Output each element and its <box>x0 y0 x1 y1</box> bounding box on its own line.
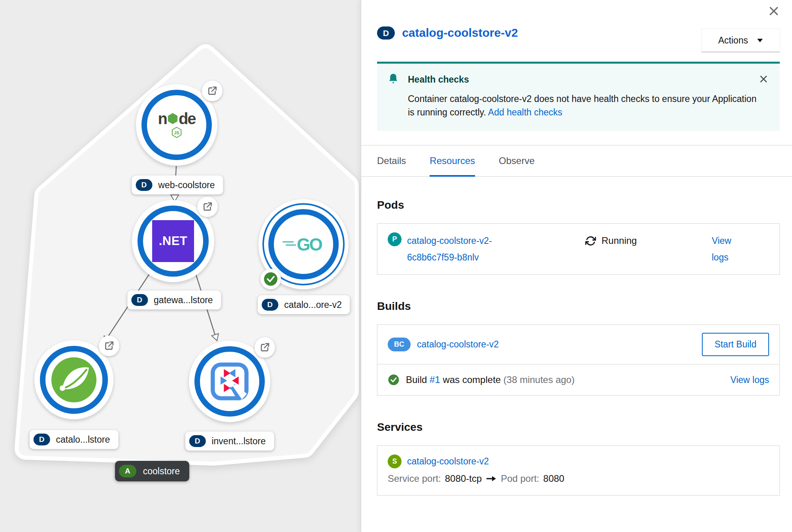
build-time-ago: (38 minutes ago) <box>503 374 575 385</box>
build-card: BC catalog-coolstore-v2 Start Build Buil… <box>377 324 780 396</box>
pod-link[interactable]: catalog-coolstore-v2-6c8b6c7f59-b8nlv <box>407 232 526 266</box>
node-label-text: catalo...lstore <box>56 434 110 445</box>
close-icon <box>759 74 768 84</box>
build-view-logs-link[interactable]: View logs <box>730 375 769 385</box>
close-panel-button[interactable] <box>766 3 782 19</box>
builds-heading: Builds <box>377 300 780 313</box>
application-label-text: coolstore <box>143 466 180 477</box>
service-badge: S <box>388 455 402 468</box>
sync-icon <box>585 236 596 246</box>
tab-details[interactable]: Details <box>377 145 406 176</box>
deployment-badge: D <box>136 179 153 191</box>
build-status-text: Build #1 was complete (38 minutes ago) <box>406 374 575 385</box>
deployment-badge: D <box>262 299 278 311</box>
pod-port-label: Pod port: <box>501 473 539 484</box>
spring-logo <box>50 356 98 404</box>
pod-view-logs-link[interactable]: View logs <box>712 232 731 266</box>
quarkus-logo <box>209 361 250 402</box>
service-link[interactable]: catalog-coolstore-v2 <box>407 456 489 467</box>
go-logo: GO <box>281 234 326 255</box>
node-label-catalog-coolstore-v2[interactable]: D catalo...ore-v2 <box>258 295 350 314</box>
deployment-badge: D <box>189 435 206 447</box>
pod-port-value: 8080 <box>543 473 564 484</box>
dotnet-logo: .NET <box>152 220 194 262</box>
node-label-gateway-coolstore[interactable]: D gatewa...lstore <box>127 291 221 309</box>
tab-resources[interactable]: Resources <box>430 145 475 176</box>
node-label-text: gatewa...lstore <box>154 295 213 306</box>
panel-header: D catalog-coolstore-v2 <box>377 26 693 40</box>
panel-tabs: Details Resources Observe <box>361 145 792 177</box>
topology-canvas[interactable]: n de JS .NET GO <box>0 0 361 532</box>
alert-body-text: Container catalog-coolstore-v2 does not … <box>408 94 756 117</box>
service-port-value: 8080-tcp <box>445 473 482 484</box>
caret-down-icon <box>757 38 763 43</box>
actions-dropdown-button[interactable]: Actions <box>701 28 780 52</box>
node-label-text: web-coolstore <box>158 180 215 191</box>
side-panel: D catalog-coolstore-v2 Actions Health ch… <box>361 0 792 532</box>
external-link-decorator[interactable] <box>255 337 275 358</box>
node-label-inventory-coolstore[interactable]: D invent...lstore <box>185 432 274 451</box>
tab-observe[interactable]: Observe <box>499 145 535 176</box>
deployment-badge: D <box>131 294 148 306</box>
services-heading: Services <box>377 421 780 434</box>
external-link-icon <box>260 342 270 353</box>
success-decorator[interactable] <box>260 269 281 289</box>
check-circle-icon <box>388 374 400 386</box>
deployment-badge: D <box>377 26 395 40</box>
service-ports: Service port: 8080-tcp Pod port: 8080 <box>388 473 769 484</box>
pod-status-text: Running <box>602 235 637 246</box>
start-build-button[interactable]: Start Build <box>702 333 769 356</box>
deployment-badge: D <box>34 434 50 445</box>
build-config-badge: BC <box>388 338 411 351</box>
node-label-text: catalo...ore-v2 <box>284 300 342 310</box>
right-arrow-icon <box>486 475 497 482</box>
external-link-icon <box>207 86 217 96</box>
check-circle-icon <box>263 272 278 287</box>
node-label-web-coolstore[interactable]: D web-coolstore <box>132 175 223 194</box>
build-number-link[interactable]: #1 <box>430 374 440 385</box>
page-title[interactable]: catalog-coolstore-v2 <box>402 26 518 40</box>
service-port-label: Service port: <box>388 473 441 484</box>
actions-label: Actions <box>718 35 748 46</box>
alert-close-button[interactable] <box>757 72 770 86</box>
health-checks-alert: Health checks Container catalog-coolstor… <box>377 62 780 131</box>
svg-text:GO: GO <box>297 235 322 254</box>
close-icon <box>768 5 780 17</box>
pod-row: P catalog-coolstore-v2-6c8b6c7f59-b8nlv … <box>377 224 779 274</box>
service-card: S catalog-coolstore-v2 Service port: 808… <box>377 445 780 496</box>
node-label-text: invent...lstore <box>211 436 266 447</box>
pods-heading: Pods <box>377 199 780 211</box>
build-config-row: BC catalog-coolstore-v2 Start Build <box>377 325 779 364</box>
build-status-row: Build #1 was complete (38 minutes ago) V… <box>377 364 779 395</box>
external-link-decorator[interactable] <box>202 81 223 101</box>
node-label-catalog-coolstore[interactable]: D catalo...lstore <box>30 430 119 449</box>
external-link-icon <box>202 202 213 212</box>
build-config-link[interactable]: catalog-coolstore-v2 <box>417 339 499 350</box>
nodejs-logo: n de JS <box>158 111 195 138</box>
external-link-decorator[interactable] <box>99 336 119 356</box>
application-label-coolstore[interactable]: A coolstore <box>115 461 189 481</box>
bell-icon <box>387 73 399 86</box>
external-link-icon <box>104 341 114 351</box>
svg-text:JS: JS <box>174 130 179 135</box>
external-link-decorator[interactable] <box>197 196 218 217</box>
add-health-checks-link[interactable]: Add health checks <box>488 107 562 117</box>
pod-badge: P <box>388 232 402 246</box>
pod-card: P catalog-coolstore-v2-6c8b6c7f59-b8nlv … <box>377 223 780 275</box>
application-badge: A <box>119 465 136 477</box>
alert-title: Health checks <box>408 74 469 85</box>
